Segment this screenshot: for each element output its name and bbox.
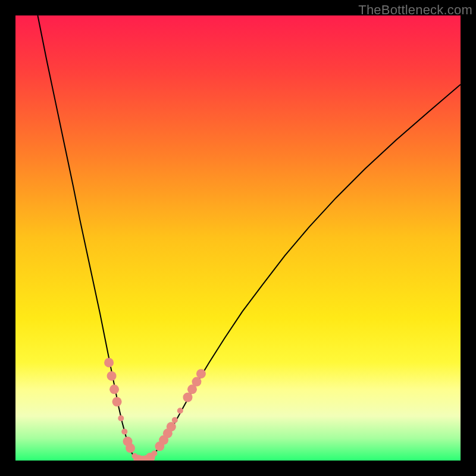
- highlight-dot: [177, 408, 183, 414]
- highlight-dot: [104, 358, 114, 367]
- highlight-dot: [107, 371, 117, 381]
- watermark-text: TheBottleneck.com: [358, 2, 472, 18]
- highlight-dot: [172, 417, 178, 423]
- bottleneck-chart: [15, 15, 461, 461]
- highlight-dot: [118, 415, 124, 421]
- gradient-background: [15, 15, 461, 461]
- highlight-dot: [109, 384, 119, 394]
- highlight-dot: [196, 369, 206, 378]
- highlight-dot: [183, 393, 192, 402]
- chart-frame: [15, 15, 461, 461]
- highlight-dot: [126, 443, 135, 453]
- highlight-dot: [151, 450, 157, 456]
- highlight-dot: [112, 397, 122, 406]
- highlight-dot: [121, 428, 127, 434]
- highlight-dot: [167, 422, 176, 431]
- highlight-dot: [192, 377, 201, 387]
